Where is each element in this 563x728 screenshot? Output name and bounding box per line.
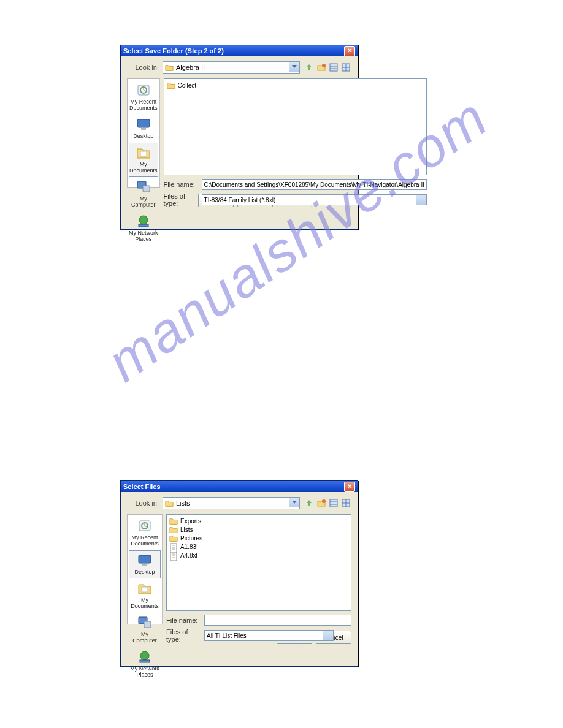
places-network[interactable]: My Network Places <box>128 211 159 246</box>
titlebar: Select Save Folder (Step 2 of 2) ✕ <box>121 45 358 56</box>
places-mydocs[interactable]: My Documents <box>128 578 162 613</box>
new-folder-icon[interactable] <box>316 498 327 509</box>
dialog-title: Select Files <box>123 481 161 492</box>
svg-point-1 <box>322 64 326 67</box>
svg-rect-14 <box>143 186 150 192</box>
dialog-save-folder: Select Save Folder (Step 2 of 2) ✕ Look … <box>120 45 358 230</box>
filetype-select[interactable]: TI-83/84 Family List (*.8xl) <box>202 194 427 205</box>
lookin-label: Look in: <box>127 64 159 71</box>
dialog-select-files: Select Files ✕ Look in: Lists <box>120 480 358 667</box>
folder-icon <box>167 82 175 89</box>
svg-point-18 <box>322 499 326 503</box>
svg-rect-34 <box>170 544 177 552</box>
folder-icon <box>165 499 174 507</box>
places-bar: My Recent Documents Desktop My Documents… <box>127 514 163 624</box>
file-icon <box>169 543 178 550</box>
svg-rect-11 <box>141 128 146 130</box>
view-details-icon[interactable] <box>340 62 351 73</box>
filename-label: File name: <box>164 181 198 188</box>
chevron-down-icon[interactable] <box>289 62 299 72</box>
svg-rect-19 <box>330 499 337 507</box>
places-bar: My Recent Documents Desktop My Documents… <box>127 78 160 188</box>
filetype-label: Files of type: <box>166 628 201 643</box>
filename-label: File name: <box>166 616 201 624</box>
page-rule <box>74 684 478 684</box>
svg-rect-33 <box>140 660 150 662</box>
svg-rect-28 <box>142 564 147 566</box>
list-item[interactable]: Collect <box>167 81 424 89</box>
list-item[interactable]: Exports <box>169 517 348 525</box>
places-recent[interactable]: My Recent Documents <box>128 80 159 115</box>
svg-rect-29 <box>142 587 148 592</box>
view-details-icon[interactable] <box>340 498 351 509</box>
filetype-select[interactable]: All TI List Files <box>204 630 334 641</box>
folder-icon <box>169 517 178 525</box>
file-listing[interactable]: Collect <box>164 78 427 175</box>
svg-rect-12 <box>140 151 147 156</box>
filename-input[interactable] <box>204 615 351 626</box>
svg-rect-10 <box>137 119 150 127</box>
file-icon <box>169 552 178 559</box>
new-folder-icon[interactable] <box>316 62 327 73</box>
list-item[interactable]: Pictures <box>169 534 348 542</box>
svg-rect-2 <box>330 64 337 71</box>
folder-icon <box>169 526 178 533</box>
filename-input[interactable]: C:\Documents and Settings\XF001285\My Do… <box>202 179 427 190</box>
list-item[interactable]: A1.83l <box>169 542 348 551</box>
go-up-icon[interactable] <box>304 62 315 73</box>
places-desktop[interactable]: Desktop <box>128 115 159 143</box>
places-mycomp[interactable]: My Computer <box>128 613 162 647</box>
lookin-value: Algebra II <box>176 64 205 71</box>
lookin-label: Look in: <box>127 499 159 507</box>
close-button[interactable]: ✕ <box>344 482 355 492</box>
chevron-down-icon[interactable] <box>289 498 299 507</box>
svg-rect-35 <box>170 552 177 561</box>
svg-rect-31 <box>144 621 151 628</box>
svg-point-32 <box>140 651 149 660</box>
filetype-label: Files of type: <box>164 192 198 207</box>
close-button[interactable]: ✕ <box>344 46 355 56</box>
view-list-icon[interactable] <box>328 498 339 509</box>
lookin-dropdown[interactable]: Lists <box>163 497 300 509</box>
folder-icon <box>169 534 178 542</box>
list-item[interactable]: Lists <box>169 525 348 534</box>
places-mydocs[interactable]: My Documents <box>129 143 158 177</box>
places-recent[interactable]: My Recent Documents <box>128 516 162 550</box>
go-up-icon[interactable] <box>304 498 315 509</box>
places-network[interactable]: My Network Places <box>128 647 162 681</box>
list-item[interactable]: A4.8xl <box>169 551 348 559</box>
file-listing[interactable]: ExportsListsPicturesA1.83lA4.8xl <box>166 514 351 611</box>
folder-icon <box>165 64 174 71</box>
view-list-icon[interactable] <box>328 62 339 73</box>
lookin-value: Lists <box>176 499 190 507</box>
svg-rect-16 <box>139 224 148 227</box>
places-mycomp[interactable]: My Computer <box>128 177 159 211</box>
titlebar: Select Files ✕ <box>121 481 358 492</box>
svg-point-15 <box>139 216 148 224</box>
places-desktop[interactable]: Desktop <box>129 550 161 578</box>
dialog-title: Select Save Folder (Step 2 of 2) <box>123 45 224 56</box>
svg-rect-27 <box>139 555 151 563</box>
lookin-dropdown[interactable]: Algebra II <box>163 61 300 74</box>
